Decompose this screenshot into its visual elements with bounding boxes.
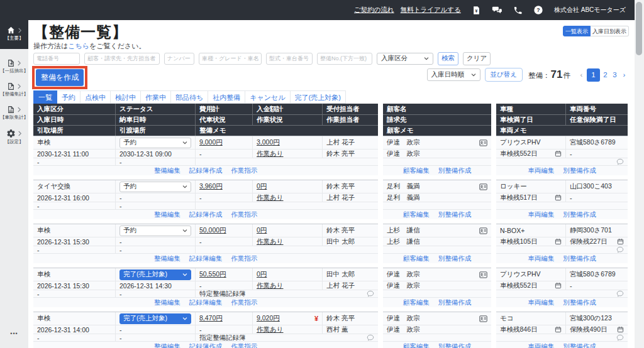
action-a-2[interactable]: 作業指示 <box>231 166 257 175</box>
calendar-icon[interactable] <box>555 194 562 201</box>
memo-bubble-icon[interactable] <box>616 246 624 253</box>
work-link[interactable]: 作業あり <box>257 237 284 246</box>
action-c-1[interactable]: 別整備作成 <box>563 254 596 263</box>
filter-kubun-select[interactable]: 入庫区分 <box>377 53 433 65</box>
customer-card-icon[interactable] <box>479 227 487 234</box>
pagination-prev[interactable]: ‹ <box>577 68 586 82</box>
tab-8[interactable]: 完了(売上対象) <box>291 90 346 104</box>
memo-bubble-icon[interactable] <box>616 334 624 341</box>
search-button[interactable]: 検索 <box>438 52 458 65</box>
fee-link[interactable]: 9,000円 <box>199 138 223 147</box>
filter-input-0[interactable] <box>33 53 80 65</box>
tab-0[interactable]: 一覧 <box>33 90 57 104</box>
tab-4[interactable]: 作業中 <box>141 90 171 104</box>
action-a-0[interactable]: 整備編集 <box>154 298 180 307</box>
fee-link[interactable]: 8,470円 <box>199 314 223 323</box>
action-b-1[interactable]: 別整備作成 <box>438 342 472 348</box>
action-b-0[interactable]: 顧客編集 <box>403 298 430 307</box>
sidebar-more-button[interactable]: ••• <box>0 330 28 337</box>
customer-card-icon[interactable] <box>479 183 487 190</box>
sidebar-item-4[interactable]: 【設定】 <box>0 124 28 147</box>
action-c-0[interactable]: 車両編集 <box>528 254 554 263</box>
action-a-1[interactable]: 記録簿作成 <box>189 166 223 175</box>
work-link[interactable]: 作業あり <box>257 325 284 334</box>
sort-button[interactable]: 並び替え <box>485 68 523 82</box>
sidebar-item-0[interactable]: 【主要】 <box>0 20 28 49</box>
chat-icon[interactable] <box>492 5 502 15</box>
phone-icon[interactable] <box>513 6 523 15</box>
paid-link[interactable]: 0円 <box>257 270 267 279</box>
memo-bubble-icon[interactable] <box>616 158 624 165</box>
action-b-1[interactable]: 別整備作成 <box>438 166 472 175</box>
action-b-1[interactable]: 別整備作成 <box>438 254 472 263</box>
sidebar-item-2[interactable]: 【整備集計】 <box>0 77 28 101</box>
customer-card-icon[interactable] <box>479 271 487 278</box>
fee-link[interactable]: 50,000円 <box>199 226 226 235</box>
action-b-1[interactable]: 別整備作成 <box>438 210 472 219</box>
paid-link[interactable]: 0円 <box>257 226 267 235</box>
action-b-0[interactable]: 顧客編集 <box>403 166 430 175</box>
action-c-1[interactable]: 別整備作成 <box>563 210 596 219</box>
sidebar-item-1[interactable]: 【一括抽出】 <box>0 54 28 77</box>
action-a-2[interactable]: 作業指示 <box>231 342 257 348</box>
filter-input-2[interactable] <box>164 53 194 65</box>
view-toggle-by-date[interactable]: 入庫日別表示 <box>591 26 629 36</box>
action-b-0[interactable]: 顧客編集 <box>403 342 430 348</box>
scrollbar-track[interactable] <box>635 0 644 348</box>
action-b-0[interactable]: 顧客編集 <box>403 210 430 219</box>
memo-bubble-icon[interactable] <box>616 290 624 297</box>
filter-input-1[interactable] <box>84 53 160 65</box>
tab-6[interactable]: 社内整備 <box>208 90 245 104</box>
customer-card-icon[interactable] <box>479 315 487 322</box>
action-a-2[interactable]: 作業指示 <box>231 254 257 263</box>
view-toggle-list[interactable]: 一覧表示 <box>563 26 591 36</box>
invoice-icon[interactable]: ¥ <box>472 6 481 15</box>
action-a-1[interactable]: 記録簿作成 <box>189 342 223 348</box>
action-a-2[interactable]: 作業指示 <box>231 298 257 307</box>
action-a-0[interactable]: 整備編集 <box>154 166 180 175</box>
action-c-0[interactable]: 車両編集 <box>528 166 554 175</box>
action-c-1[interactable]: 別整備作成 <box>563 166 596 175</box>
tab-5[interactable]: 部品待ち <box>171 90 208 104</box>
work-link[interactable]: 作業あり <box>257 281 284 290</box>
calendar-icon[interactable] <box>555 238 562 245</box>
status-select[interactable]: 完了(売上対象) <box>119 313 191 324</box>
fee-link[interactable]: 50,550円 <box>199 270 226 279</box>
work-link[interactable]: 作業あり <box>257 193 284 202</box>
memo-bubble-icon[interactable] <box>367 290 374 297</box>
action-b-0[interactable]: 顧客編集 <box>403 254 430 263</box>
status-select[interactable]: 完了(売上対象) <box>119 269 191 280</box>
pagination-page-3[interactable]: 3 <box>611 68 619 82</box>
filter-input-4[interactable] <box>266 53 313 65</box>
work-link[interactable]: 作業あり <box>257 150 284 158</box>
calendar-icon[interactable] <box>555 282 562 289</box>
sidebar-item-3[interactable]: 【車販集計】 <box>0 101 28 124</box>
fee-link[interactable]: 3,960円 <box>199 182 223 191</box>
tab-1[interactable]: 予約 <box>57 90 80 104</box>
action-c-0[interactable]: 車両編集 <box>528 342 554 348</box>
contract-flow-link[interactable]: ご契約の流れ <box>354 6 394 14</box>
sort-order-select[interactable]: 入庫日時順 <box>427 68 480 81</box>
action-c-1[interactable]: 別整備作成 <box>563 298 596 307</box>
action-a-2[interactable]: 作業指示 <box>231 210 257 219</box>
action-a-0[interactable]: 整備編集 <box>154 254 180 263</box>
pagination-page-2[interactable]: 2 <box>601 68 609 82</box>
calendar-icon[interactable] <box>555 150 562 157</box>
customer-card-icon[interactable] <box>479 139 487 146</box>
tab-3[interactable]: 検討中 <box>111 90 141 104</box>
paid-link[interactable]: 9,020円 <box>257 314 280 323</box>
action-a-1[interactable]: 記録簿編集 <box>189 254 223 263</box>
tab-2[interactable]: 点検中 <box>80 90 111 104</box>
action-b-1[interactable]: 別整備作成 <box>438 298 472 307</box>
status-select[interactable]: 予約 <box>119 138 191 148</box>
help-link[interactable]: こちら <box>68 42 89 50</box>
filter-input-3[interactable] <box>199 53 262 65</box>
calendar-icon[interactable] <box>617 238 624 245</box>
create-maintenance-button[interactable]: 整備を作成 <box>36 69 84 86</box>
action-c-1[interactable]: 別整備作成 <box>563 342 596 348</box>
action-a-0[interactable]: 整備編集 <box>154 210 180 219</box>
status-select[interactable]: 予約 <box>119 226 191 236</box>
paid-link[interactable]: 3,000円 <box>257 138 280 147</box>
filter-input-5[interactable] <box>317 53 372 65</box>
action-a-1[interactable]: 記録簿作成 <box>189 210 223 219</box>
